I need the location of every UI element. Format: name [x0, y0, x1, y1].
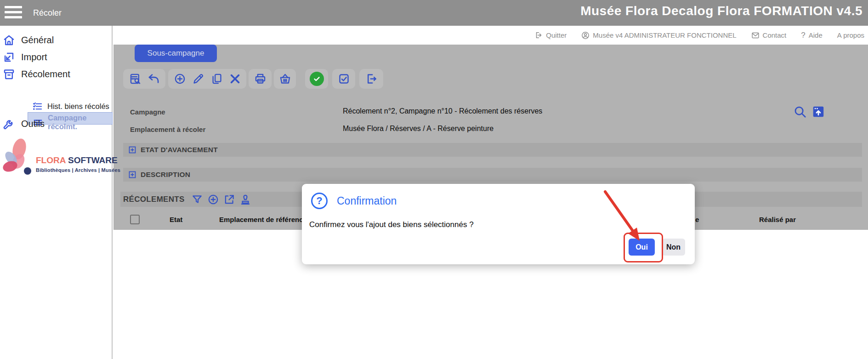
dialog-message: Confirmez vous l'ajout des biens sélecti…	[309, 220, 474, 229]
toolbar-group-select	[332, 69, 355, 89]
sidebar-item-outils[interactable]: Outils	[3, 118, 45, 130]
utility-bar: Quitter Musée v4 ADMINISTRATEUR FONCTION…	[115, 26, 868, 45]
section-etat-avancement[interactable]: ETAT D'AVANCEMENT	[123, 143, 862, 157]
section-title: ETAT D'AVANCEMENT	[141, 146, 218, 154]
logo-tagline: Bibliothèques | Archives | Musées	[36, 167, 120, 173]
basket-icon[interactable]	[279, 73, 291, 85]
toolbar-group-export	[359, 69, 383, 89]
tab-sous-campagne[interactable]: Sous-campagne	[135, 45, 217, 62]
import-icon	[3, 51, 15, 63]
logo-brand-flora: FLORA	[36, 155, 66, 165]
open-external-icon[interactable]	[223, 194, 235, 205]
flora-software-logo: FLORA SOFTWARE Bibliothèques | Archives …	[1, 136, 111, 187]
field-label-campagne: Campagne	[130, 108, 165, 116]
expand-plus-icon[interactable]	[129, 146, 136, 154]
edit-pencil-icon[interactable]	[192, 73, 204, 85]
sidebar-item-recolement[interactable]: Récolement	[3, 68, 70, 80]
sidebar-item-general[interactable]: Général	[3, 34, 54, 46]
field-value-campagne: Récolement n°2, Campagne n°10 - Récoleme…	[343, 107, 542, 115]
column-header-realise-par: Réalisé par	[759, 216, 796, 223]
select-all-checkbox[interactable]	[130, 215, 140, 224]
user-account-link[interactable]: Musée v4 ADMINISTRATEUR FONCTIONNEL	[581, 31, 736, 40]
sidebar: Général Import Récolement Campagne récol…	[0, 26, 113, 359]
app-title: Musée Flora Decalog Flora FORMATION v4.5	[580, 4, 862, 18]
flora-flower-icon	[1, 136, 34, 178]
toolbar-group-edit	[168, 69, 246, 89]
dialog-title: Confirmation	[337, 195, 397, 207]
section-title: DESCRIPTION	[141, 171, 190, 179]
toolbar-group-display	[123, 69, 165, 89]
about-link[interactable]: A propos	[837, 31, 864, 39]
question-mark-icon: ?	[801, 31, 805, 40]
search-icon[interactable]	[793, 105, 807, 119]
toolbar-group-validate	[305, 69, 328, 89]
stamp-icon[interactable]	[239, 194, 251, 205]
list-search-icon[interactable]	[129, 73, 142, 85]
logout-icon	[535, 31, 543, 39]
contact-link[interactable]: Contact	[751, 31, 787, 39]
app-window: Récoler Musée Flora Decalog Flora FORMAT…	[0, 0, 868, 359]
wrench-icon	[3, 118, 15, 130]
checklist-icon	[32, 101, 43, 112]
non-button[interactable]: Non	[662, 239, 685, 256]
toolbar-group-basket	[274, 69, 296, 89]
toolbar-group-print	[249, 69, 272, 89]
sidebar-item-import[interactable]: Import	[3, 51, 47, 63]
archive-box-icon	[3, 68, 15, 80]
print-icon[interactable]	[254, 73, 267, 85]
sidebar-item-label: Général	[21, 35, 54, 46]
column-header-emplacement-reference: Emplacement de référence	[219, 216, 307, 223]
logo-brand-software: SOFTWARE	[68, 155, 118, 165]
field-value-emplacement: Musée Flora / Réserves / A - Réserve pei…	[343, 125, 494, 133]
undo-icon[interactable]	[148, 73, 160, 85]
expand-plus-icon[interactable]	[129, 171, 136, 178]
user-icon	[581, 31, 590, 40]
sidebar-item-label: Outils	[21, 119, 45, 129]
column-header-partial: e	[695, 216, 699, 223]
hamburger-menu-icon[interactable]	[5, 6, 22, 19]
delete-x-icon[interactable]	[229, 73, 241, 85]
quit-link[interactable]: Quitter	[535, 31, 567, 39]
recolements-title: RÉCOLEMENTS	[123, 195, 185, 204]
question-circle-icon: ?	[311, 193, 328, 209]
add-recolement-icon[interactable]	[207, 194, 219, 205]
field-label-emplacement: Emplacement à récoler	[130, 125, 205, 133]
sidebar-item-label: Campagne récolmt.	[48, 114, 112, 131]
mail-icon	[751, 32, 760, 39]
add-icon[interactable]	[174, 73, 186, 85]
export-file-icon[interactable]	[365, 73, 378, 85]
sidebar-item-hist-biens[interactable]: Hist. biens récolés	[32, 101, 109, 112]
sidebar-item-label: Import	[21, 52, 47, 63]
annotation-highlight-rect	[624, 233, 663, 262]
window-open-icon[interactable]	[811, 105, 825, 119]
home-icon	[3, 34, 15, 46]
column-header-etat: Etat	[170, 216, 182, 223]
copy-icon[interactable]	[210, 73, 223, 85]
module-title: Récoler	[33, 0, 62, 26]
help-link[interactable]: ? Aide	[801, 31, 823, 40]
checkbox-check-icon[interactable]	[338, 73, 350, 85]
sidebar-item-label: Hist. biens récolés	[47, 102, 109, 111]
sidebar-item-label: Récolement	[21, 69, 70, 80]
section-description[interactable]: DESCRIPTION	[123, 168, 862, 182]
filter-funnel-icon[interactable]	[191, 194, 203, 205]
validate-check-icon[interactable]	[310, 72, 324, 86]
top-bar: Récoler Musée Flora Decalog Flora FORMAT…	[0, 0, 868, 26]
